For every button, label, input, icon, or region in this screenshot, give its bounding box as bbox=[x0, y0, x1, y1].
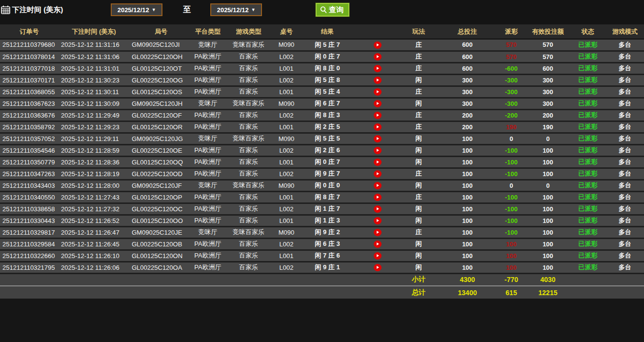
valid-bet: 300 bbox=[526, 98, 570, 109]
play-icon[interactable] bbox=[374, 88, 382, 96]
table-row: 251212110340550 2025-12-12 11:27:43 GL00… bbox=[0, 191, 644, 203]
table-row: 251212110367623 2025-12-12 11:30:09 GM09… bbox=[0, 98, 644, 109]
replay-cell bbox=[356, 98, 399, 109]
round-id: GM09025C120JF bbox=[129, 180, 193, 191]
total-bet: 300 bbox=[438, 74, 497, 86]
platform-type: PA欧洲厅 bbox=[193, 250, 223, 262]
date-to-select[interactable]: 2025/12/12 ▼ bbox=[210, 3, 262, 16]
total-bet: 300 bbox=[438, 98, 497, 109]
calendar-icon bbox=[1, 5, 10, 14]
status-badge: 已派彩 bbox=[570, 39, 606, 51]
table-row: 251212110358792 2025-12-12 11:29:23 GL00… bbox=[0, 121, 644, 133]
status-badge: 已派彩 bbox=[570, 62, 606, 74]
play-icon[interactable] bbox=[374, 135, 382, 142]
col-result: 结果 bbox=[299, 24, 356, 39]
platform-type: PA欧洲厅 bbox=[193, 238, 223, 250]
bet-time: 2025-12-12 11:31:06 bbox=[59, 51, 129, 62]
table-number: L001 bbox=[274, 121, 299, 133]
play-icon[interactable] bbox=[374, 65, 382, 72]
bet-time-filter-label: 下注时间 (美东) bbox=[12, 5, 63, 15]
game-type: 竞咪百家乐 bbox=[223, 39, 274, 51]
order-id: 251212110329584 bbox=[0, 238, 59, 250]
play-icon[interactable] bbox=[374, 147, 382, 154]
table-row: 251212110354546 2025-12-12 11:28:59 GL00… bbox=[0, 144, 644, 156]
result: 闲 5 庄 8 bbox=[299, 74, 356, 86]
game-type: 百家乐 bbox=[223, 238, 274, 250]
table-row: 251212110350779 2025-12-12 11:28:36 GL00… bbox=[0, 156, 644, 168]
status-badge: 已派彩 bbox=[570, 262, 606, 273]
play-icon[interactable] bbox=[374, 205, 382, 213]
game-type: 百家乐 bbox=[223, 168, 274, 180]
total-bet: 100 bbox=[438, 262, 497, 273]
play-icon[interactable] bbox=[374, 252, 382, 260]
result: 闲 1 庄 7 bbox=[299, 203, 356, 215]
total-bet: 100 bbox=[438, 226, 497, 238]
table-number: L001 bbox=[274, 86, 299, 98]
col-bet-time: 下注时间 (美东) bbox=[59, 24, 129, 39]
table-body: 251212110379680 2025-12-12 11:31:16 GM09… bbox=[0, 39, 644, 273]
bet-side: 庄 bbox=[399, 86, 438, 98]
play-icon[interactable] bbox=[374, 229, 382, 236]
date-from-select[interactable]: 2025/12/12 ▼ bbox=[111, 3, 162, 16]
game-mode: 多台 bbox=[606, 262, 644, 273]
table-row: 251212110329817 2025-12-12 11:26:47 GM09… bbox=[0, 226, 644, 238]
valid-bet: 600 bbox=[526, 62, 570, 74]
total-bet: 100 bbox=[438, 238, 497, 250]
order-id: 251212110338658 bbox=[0, 203, 59, 215]
game-type: 竞咪百家乐 bbox=[223, 98, 274, 109]
play-icon[interactable] bbox=[374, 194, 382, 201]
table-header: 订单号 下注时间 (美东) 局号 平台类型 游戏类型 桌号 结果 玩法 总投注 … bbox=[0, 24, 644, 39]
payout: -300 bbox=[497, 86, 526, 98]
payout: 100 bbox=[497, 262, 526, 273]
col-order-id: 订单号 bbox=[0, 24, 59, 39]
status-badge: 已派彩 bbox=[570, 86, 606, 98]
col-platform-type: 平台类型 bbox=[193, 24, 223, 39]
play-icon[interactable] bbox=[374, 112, 382, 119]
status-badge: 已派彩 bbox=[570, 180, 606, 191]
play-icon[interactable] bbox=[374, 77, 382, 84]
platform-type: PA欧洲厅 bbox=[193, 215, 223, 226]
order-id: 251212110329817 bbox=[0, 226, 59, 238]
play-icon[interactable] bbox=[374, 182, 382, 189]
play-icon[interactable] bbox=[374, 100, 382, 107]
valid-bet: 100 bbox=[526, 262, 570, 273]
round-id: GM09025C120JE bbox=[129, 226, 193, 238]
status-badge: 已派彩 bbox=[570, 215, 606, 226]
platform-type: PA欧洲厅 bbox=[193, 144, 223, 156]
payout: 570 bbox=[497, 39, 526, 51]
bet-side: 庄 bbox=[399, 191, 438, 203]
table-number: L002 bbox=[274, 51, 299, 62]
round-id: GL00225C120OA bbox=[129, 262, 193, 273]
payout: -100 bbox=[497, 203, 526, 215]
total-bet: 100 bbox=[438, 180, 497, 191]
game-mode: 多台 bbox=[606, 39, 644, 51]
table-footer: 小计 4300 -770 4030 总计 13400 615 12215 bbox=[0, 273, 644, 299]
replay-cell bbox=[356, 144, 399, 156]
order-id: 251212110330443 bbox=[0, 215, 59, 226]
platform-type: PA欧洲厅 bbox=[193, 51, 223, 62]
bet-side: 庄 bbox=[399, 51, 438, 62]
bets-table: 订单号 下注时间 (美东) 局号 平台类型 游戏类型 桌号 结果 玩法 总投注 … bbox=[0, 24, 644, 299]
game-type: 百家乐 bbox=[223, 144, 274, 156]
subtotal-payout: -770 bbox=[497, 273, 526, 286]
table-number: L002 bbox=[274, 74, 299, 86]
game-type: 百家乐 bbox=[223, 86, 274, 98]
total-bet: 100 bbox=[438, 168, 497, 180]
result: 闲 8 庄 0 bbox=[299, 62, 356, 74]
table-number: L001 bbox=[274, 62, 299, 74]
col-replay bbox=[356, 24, 399, 39]
play-icon[interactable] bbox=[374, 241, 382, 248]
query-button[interactable]: 查询 bbox=[316, 3, 349, 17]
play-icon[interactable] bbox=[374, 159, 382, 166]
play-icon[interactable] bbox=[374, 264, 382, 271]
play-icon[interactable] bbox=[374, 123, 382, 131]
valid-bet: 100 bbox=[526, 156, 570, 168]
play-icon[interactable] bbox=[374, 170, 382, 178]
play-icon[interactable] bbox=[374, 53, 382, 60]
bet-time: 2025-12-12 11:28:00 bbox=[59, 180, 129, 191]
game-mode: 多台 bbox=[606, 250, 644, 262]
col-bet-side: 玩法 bbox=[399, 24, 438, 39]
play-icon[interactable] bbox=[374, 41, 382, 49]
total-bet: 600 bbox=[438, 51, 497, 62]
play-icon[interactable] bbox=[374, 217, 382, 224]
